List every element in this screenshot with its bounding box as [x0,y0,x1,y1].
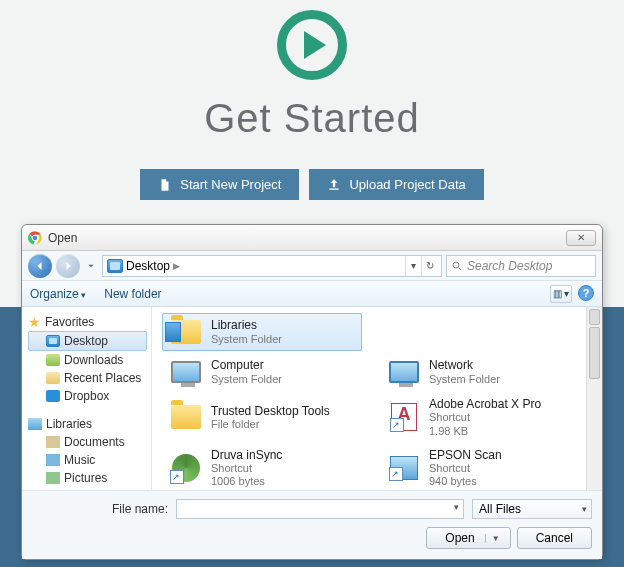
file-list: LibrariesSystem FolderComputerSystem Fol… [152,307,602,490]
file-icon [387,357,421,387]
file-size: 1006 bytes [211,475,282,488]
sidebar-item-desktop[interactable]: Desktop [28,331,147,351]
sidebar-libraries-header[interactable]: Libraries [28,415,151,433]
file-type: Shortcut [429,411,541,424]
dialog-footer: File name: All Files Open▼ Cancel [22,490,602,559]
file-item[interactable]: Trusted Desktop ToolsFile folder [162,393,360,442]
open-dropdown[interactable]: ▼ [485,534,500,543]
file-name: Adobe Acrobat X Pro [429,397,541,411]
svg-point-1 [33,235,38,240]
file-type: System Folder [211,373,282,386]
search-input[interactable]: Search Desktop [446,255,596,277]
close-button[interactable]: ✕ [566,230,596,246]
file-type: Shortcut [211,462,282,475]
desktop-icon [107,259,123,273]
upload-project-data-button[interactable]: Upload Project Data [309,169,483,200]
new-folder-button[interactable]: New folder [104,287,161,301]
file-name: Trusted Desktop Tools [211,404,330,418]
file-open-dialog: Open ✕ Desktop ▶ ▾ ↻ Search Desktop Orga… [21,224,603,560]
file-type: Shortcut [429,462,502,475]
view-options-button[interactable]: ▥ ▾ [550,285,572,303]
cancel-button[interactable]: Cancel [517,527,592,549]
hero-title: Get Started [0,96,624,141]
file-name: Libraries [211,318,282,332]
file-item[interactable]: ComputerSystem Folder [162,353,360,391]
breadcrumb-location: Desktop [126,259,170,273]
play-icon [277,10,347,80]
scrollbar[interactable] [586,307,602,490]
file-type-filter[interactable]: All Files [472,499,592,519]
toolbar: Organize New folder ▥ ▾ ? [22,281,602,307]
sidebar-item-documents[interactable]: Documents [28,433,151,451]
file-type: File folder [211,418,330,431]
file-item[interactable]: ↗Druva inSyncShortcut1006 bytes [162,444,360,490]
file-name: Network [429,358,500,372]
file-icon: ↗ [387,453,421,483]
filename-input[interactable] [176,499,464,519]
forward-button[interactable] [56,254,80,278]
titlebar: Open ✕ [22,225,602,251]
file-icon: A↗ [387,402,421,432]
file-size: 1.98 KB [429,425,541,438]
file-type: System Folder [429,373,500,386]
document-icon [158,178,172,192]
breadcrumb[interactable]: Desktop ▶ ▾ ↻ [102,255,442,277]
sidebar-item-recent-places[interactable]: Recent Places [28,369,151,387]
file-size: 940 bytes [429,475,502,488]
file-icon [169,402,203,432]
svg-point-3 [453,262,459,268]
organize-menu[interactable]: Organize [30,287,86,301]
back-button[interactable] [28,254,52,278]
chrome-icon [28,231,42,245]
file-item[interactable]: NetworkSystem Folder [380,353,578,391]
open-button[interactable]: Open▼ [426,527,510,549]
search-icon [451,260,463,272]
chevron-right-icon: ▶ [173,261,180,271]
start-new-project-button[interactable]: Start New Project [140,169,299,200]
file-item[interactable]: A↗Adobe Acrobat X ProShortcut1.98 KB [380,393,578,442]
file-icon [169,317,203,347]
sidebar-favorites-header[interactable]: ★Favorites [28,313,151,331]
sidebar-item-music[interactable]: Music [28,451,151,469]
hero-section: Get Started Start New Project Upload Pro… [0,0,624,200]
file-icon [169,357,203,387]
help-button[interactable]: ? [578,285,594,301]
breadcrumb-dropdown[interactable]: ▾ [405,256,421,276]
sidebar-item-downloads[interactable]: Downloads [28,351,151,369]
history-dropdown[interactable] [84,254,98,278]
file-name: Druva inSync [211,448,282,462]
sidebar: ★Favorites Desktop Downloads Recent Plac… [22,307,152,490]
file-name: Computer [211,358,282,372]
file-icon: ↗ [169,453,203,483]
file-item[interactable]: ↗EPSON ScanShortcut940 bytes [380,444,578,490]
filename-label: File name: [112,502,168,516]
upload-icon [327,178,341,192]
dialog-title: Open [48,231,566,245]
sidebar-item-pictures[interactable]: Pictures [28,469,151,487]
sidebar-item-dropbox[interactable]: Dropbox [28,387,151,405]
refresh-button[interactable]: ↻ [421,256,437,276]
file-type: System Folder [211,333,282,346]
file-name: EPSON Scan [429,448,502,462]
file-item[interactable]: LibrariesSystem Folder [162,313,362,351]
navigation-bar: Desktop ▶ ▾ ↻ Search Desktop [22,251,602,281]
